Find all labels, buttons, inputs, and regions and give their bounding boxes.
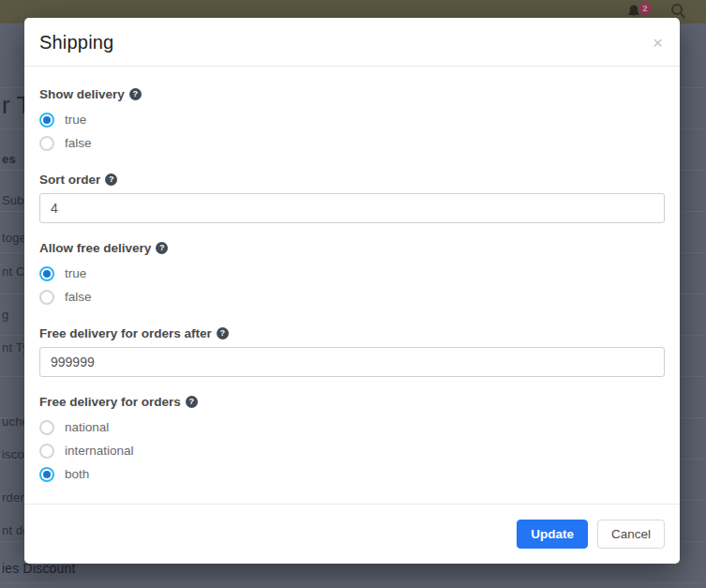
radio-label: false bbox=[65, 136, 92, 150]
radio-icon bbox=[39, 290, 54, 305]
field-label: Show delivery bbox=[39, 87, 125, 101]
radio-allow-free-false[interactable]: false bbox=[39, 285, 665, 309]
radio-label: false bbox=[65, 290, 92, 304]
radio-icon bbox=[39, 467, 54, 482]
bg-text-fragment: g bbox=[2, 308, 8, 322]
help-icon[interactable]: ? bbox=[217, 327, 229, 339]
radio-icon bbox=[39, 444, 54, 459]
modal-body: Show delivery ? true false Sort order ? bbox=[24, 67, 680, 504]
radio-free-delivery-both[interactable]: both bbox=[39, 462, 665, 486]
radio-free-delivery-international[interactable]: international bbox=[39, 439, 665, 462]
radio-label: true bbox=[65, 266, 86, 280]
bg-text-fragment: toge bbox=[2, 231, 26, 245]
field-allow-free-delivery: Allow free delivery ? true false bbox=[39, 241, 665, 309]
radio-label: national bbox=[65, 420, 109, 434]
radio-allow-free-true[interactable]: true bbox=[39, 262, 665, 285]
field-label: Allow free delivery bbox=[39, 241, 151, 255]
cancel-button[interactable]: Cancel bbox=[597, 520, 665, 549]
radio-show-delivery-true[interactable]: true bbox=[39, 108, 665, 131]
sort-order-input[interactable] bbox=[39, 193, 665, 223]
field-label: Free delivery for orders bbox=[39, 395, 181, 409]
modal-header: Shipping × bbox=[24, 18, 680, 67]
bg-text-fragment: es bbox=[2, 152, 16, 166]
field-free-delivery-after: Free delivery for orders after ? bbox=[39, 326, 665, 377]
modal-title: Shipping bbox=[39, 32, 113, 53]
radio-label: true bbox=[65, 113, 86, 127]
help-icon[interactable]: ? bbox=[105, 173, 117, 186]
field-label: Free delivery for orders after bbox=[39, 326, 212, 340]
radio-label: both bbox=[65, 467, 89, 481]
radio-icon bbox=[39, 136, 54, 151]
screen: 2 r Tu es Sub- toge nt C g nt Ty uche is… bbox=[0, 0, 706, 588]
field-sort-order: Sort order ? bbox=[39, 173, 665, 223]
radio-icon bbox=[39, 420, 54, 435]
close-icon[interactable]: × bbox=[651, 34, 665, 52]
bg-text-fragment: nt C bbox=[2, 264, 25, 279]
free-delivery-after-input[interactable] bbox=[39, 347, 665, 377]
field-label: Sort order bbox=[39, 173, 100, 187]
help-icon[interactable]: ? bbox=[186, 396, 198, 408]
bg-text-fragment: rder bbox=[2, 490, 24, 505]
radio-icon bbox=[39, 113, 54, 128]
radio-show-delivery-false[interactable]: false bbox=[39, 131, 665, 155]
field-show-delivery: Show delivery ? true false bbox=[39, 87, 665, 155]
field-free-delivery-for: Free delivery for orders ? national inte… bbox=[39, 395, 665, 486]
shipping-modal: Shipping × Show delivery ? true false bbox=[24, 18, 680, 564]
notification-badge: 2 bbox=[638, 2, 652, 15]
radio-icon bbox=[39, 266, 54, 281]
radio-free-delivery-national[interactable]: national bbox=[39, 415, 665, 439]
help-icon[interactable]: ? bbox=[156, 242, 168, 254]
modal-footer: Update Cancel bbox=[24, 504, 680, 564]
help-icon[interactable]: ? bbox=[129, 88, 142, 100]
radio-label: international bbox=[65, 444, 134, 458]
update-button[interactable]: Update bbox=[517, 520, 588, 549]
